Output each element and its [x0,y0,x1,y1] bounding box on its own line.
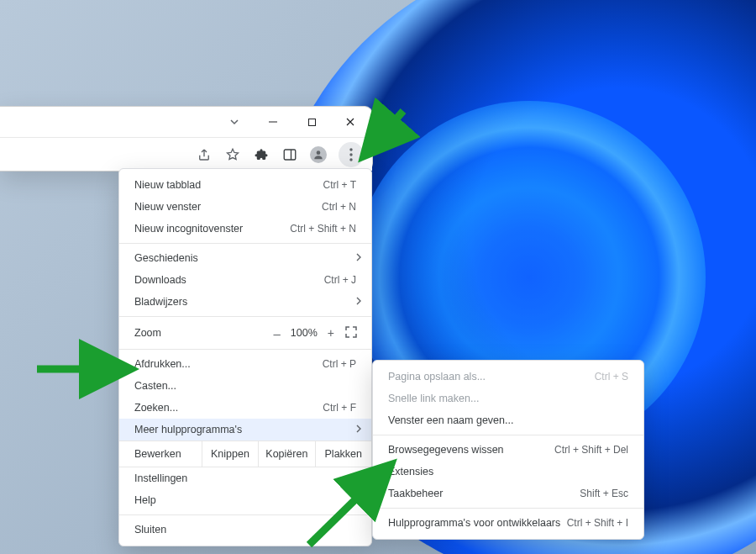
submenu-item-devtools[interactable]: Hulpprogramma's voor ontwikkelaars Ctrl … [373,512,643,534]
chevron-right-icon [356,252,361,264]
main-menu-button[interactable] [339,142,364,167]
menu-item-label: Bladwijzers [134,296,187,308]
menu-item-help[interactable]: Help [119,489,371,511]
svg-point-6 [349,153,352,156]
menu-item-label: Pagina opslaan als... [388,371,486,383]
submenu-item-create-shortcut[interactable]: Snelle link maken... [373,388,643,409]
menu-item-label: Sluiten [134,524,166,536]
menu-item-edit: Bewerken Knippen Kopiëren Plakken [119,441,371,467]
menu-item-print[interactable]: Afdrukken... Ctrl + P [119,353,371,375]
submenu-item-extensions[interactable]: Extensies [373,461,643,483]
fullscreen-icon[interactable] [344,325,360,340]
menu-shortcut: Ctrl + T [323,179,356,191]
menu-item-label: Taakbeheer [388,488,443,499]
menu-item-label: Afdrukken... [134,358,191,370]
menu-item-label: Venster een naam geven... [388,414,513,426]
svg-point-5 [349,148,352,150]
profile-avatar-icon[interactable] [310,146,327,163]
menu-item-label: Downloads [134,274,186,286]
menu-shortcut: Shift + Esc [580,488,628,499]
menu-item-history[interactable]: Geschiedenis [119,247,371,269]
menu-shortcut: Ctrl + F [323,402,356,414]
menu-item-incognito[interactable]: Nieuw incognitovenster Ctrl + Shift + N [119,218,371,240]
zoom-value: 100% [291,327,318,339]
chevron-right-icon [356,494,361,506]
chevron-right-icon [356,296,361,308]
menu-item-label: Extensies [388,466,433,477]
svg-rect-1 [308,119,315,125]
star-icon[interactable] [224,146,241,163]
menu-item-label: Snelle link maken... [388,393,479,404]
share-icon[interactable] [196,146,213,163]
menu-item-label: Nieuw incognitovenster [134,223,243,235]
menu-item-label: Browsegegevens wissen [388,444,504,456]
minimize-button[interactable] [256,109,290,135]
close-button[interactable] [333,109,367,135]
menu-shortcut: Ctrl + N [322,201,356,213]
svg-point-4 [317,150,321,155]
zoom-label: Zoom [134,327,161,339]
svg-rect-2 [284,150,296,160]
submenu-item-name-window[interactable]: Venster een naam geven... [373,409,643,431]
zoom-out-button[interactable]: – [273,326,280,340]
browser-toolbar [0,137,372,171]
menu-item-label: Meer hulpprogramma's [134,424,242,435]
svg-point-7 [349,158,352,161]
chevron-right-icon [356,424,361,435]
submenu-item-clear-browsing-data[interactable]: Browsegegevens wissen Ctrl + Shift + Del [373,439,643,461]
menu-item-new-window[interactable]: Nieuw venster Ctrl + N [119,196,371,218]
edit-cut-button[interactable]: Knippen [202,441,258,467]
menu-shortcut: Ctrl + Shift + Del [554,444,628,456]
menu-separator [119,243,371,244]
menu-item-label: Instellingen [134,472,187,484]
menu-separator [119,349,371,350]
menu-item-more-tools[interactable]: Meer hulpprogramma's [119,419,371,441]
submenu-item-task-manager[interactable]: Taakbeheer Shift + Esc [373,483,643,504]
menu-item-label: Nieuw venster [134,201,201,213]
menu-item-new-tab[interactable]: Nieuw tabblad Ctrl + T [119,174,371,196]
menu-item-exit[interactable]: Sluiten [119,519,371,541]
menu-item-label: Casten... [134,380,176,392]
extensions-puzzle-icon[interactable] [253,146,270,163]
chrome-main-menu: Nieuw tabblad Ctrl + T Nieuw venster Ctr… [118,168,372,546]
menu-separator [373,508,643,509]
menu-shortcut: Ctrl + P [323,358,356,370]
menu-item-downloads[interactable]: Downloads Ctrl + J [119,269,371,291]
menu-item-label: Hulpprogramma's voor ontwikkelaars [388,517,560,529]
zoom-in-button[interactable]: + [328,326,334,340]
menu-shortcut: Ctrl + J [324,274,356,286]
menu-item-settings[interactable]: Instellingen [119,467,371,489]
edit-copy-button[interactable]: Kopiëren [258,441,314,467]
menu-shortcut: Ctrl + S [595,371,628,383]
menu-separator [119,316,371,317]
menu-item-label: Help [134,494,156,506]
titlebar [0,107,372,137]
menu-shortcut: Ctrl + Shift + N [290,223,356,235]
menu-separator [373,435,643,435]
menu-item-label: Nieuw tabblad [134,179,201,191]
sidepanel-icon[interactable] [281,146,298,163]
browser-window [0,106,373,171]
menu-item-label: Zoeken... [134,402,178,414]
menu-item-find[interactable]: Zoeken... Ctrl + F [119,397,371,419]
menu-item-label: Geschiedenis [134,252,198,264]
submenu-item-save-page[interactable]: Pagina opslaan als... Ctrl + S [373,366,643,388]
maximize-button[interactable] [295,109,328,135]
menu-separator [119,514,371,515]
edit-paste-button[interactable]: Plakken [315,441,371,467]
tab-list-chevron-icon[interactable] [224,112,244,132]
menu-item-zoom: Zoom – 100% + [119,320,371,346]
more-tools-submenu: Pagina opslaan als... Ctrl + S Snelle li… [372,360,644,540]
menu-item-cast[interactable]: Casten... [119,375,371,397]
edit-label: Bewerken [119,441,202,467]
menu-item-bookmarks[interactable]: Bladwijzers [119,291,371,313]
menu-shortcut: Ctrl + Shift + I [567,517,628,529]
